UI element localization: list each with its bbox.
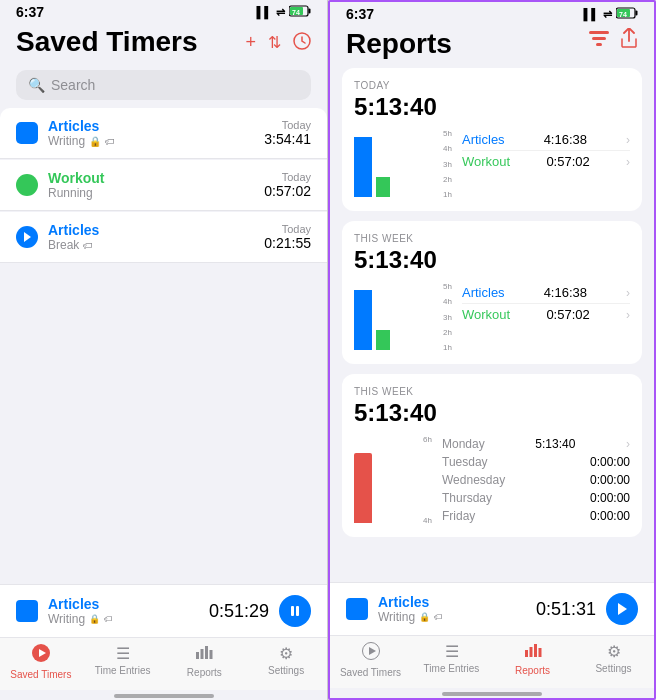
- pause-button-left[interactable]: [279, 595, 311, 627]
- report-entry[interactable]: Articles 4:16:38 ›: [462, 282, 630, 304]
- svg-rect-12: [205, 646, 208, 659]
- time-entries-icon-left: ☰: [116, 644, 130, 663]
- timer-time-right: Today 0:57:02: [264, 171, 311, 199]
- svg-marker-23: [369, 647, 376, 655]
- saved-timers-icon-right: [362, 642, 380, 665]
- today-total: 5:13:40: [354, 93, 630, 121]
- today-card: TODAY 5:13:40 5h 4h 3h 2h 1h: [342, 68, 642, 211]
- add-button[interactable]: +: [245, 32, 256, 53]
- tab-settings-right[interactable]: ⚙ Settings: [573, 642, 654, 678]
- lock-icon-small: 🔒: [89, 614, 100, 624]
- bar-monday: [354, 453, 372, 523]
- timer-name: Articles: [48, 118, 254, 134]
- time-right: 6:37: [346, 6, 374, 22]
- timer-name: Articles: [48, 222, 254, 238]
- left-phone: 6:37 ▌▌ ⇌ 74 Saved Timers + ⇅: [0, 0, 328, 700]
- week-day-entry[interactable]: Monday 5:13:40 ›: [442, 435, 630, 453]
- today-body: 5h 4h 3h 2h 1h Articles 4:16:38: [354, 129, 630, 199]
- tab-label-saved-timers-left: Saved Timers: [10, 669, 71, 680]
- week-day-entry: Wednesday 0:00:00: [442, 471, 630, 489]
- tab-label-time-entries-left: Time Entries: [95, 665, 151, 676]
- entry-name: Workout: [462, 154, 510, 169]
- week-breakdown-card: THIS WEEK 5:13:40 6h 4h Monday: [342, 374, 642, 537]
- breakdown-period: THIS WEEK: [354, 386, 630, 397]
- filter-icon[interactable]: [588, 29, 610, 52]
- tab-label-time-entries-right: Time Entries: [424, 663, 480, 674]
- active-timer-icon-right: [346, 598, 368, 620]
- svg-rect-10: [196, 652, 199, 659]
- report-entry[interactable]: Workout 0:57:02 ›: [462, 304, 630, 325]
- week-day-entry: Friday 0:00:00: [442, 507, 630, 525]
- wifi-icon-right: ⇌: [603, 8, 612, 21]
- tab-settings-left[interactable]: ⚙ Settings: [245, 644, 327, 680]
- status-icons-right: ▌▌ ⇌ 74: [583, 7, 638, 21]
- play-button-right[interactable]: [606, 593, 638, 625]
- active-timer-name-right: Articles: [378, 594, 526, 610]
- timer-color-indicator: [16, 174, 38, 196]
- right-phone: 6:37 ▌▌ ⇌ 74 Reports: [328, 0, 656, 700]
- timer-subtitle: Break 🏷: [48, 238, 254, 252]
- entry-time: 4:16:38: [544, 285, 587, 300]
- chart-labels: 5h 4h 3h 2h 1h: [441, 282, 454, 352]
- entry-time: 4:16:38: [544, 132, 587, 147]
- report-entry[interactable]: Articles 4:16:38 ›: [462, 129, 630, 151]
- timer-info: Articles Writing 🔒 🏷: [48, 118, 254, 148]
- signal-icon-right: ▌▌: [583, 8, 599, 20]
- svg-rect-19: [592, 37, 606, 40]
- week-period: THIS WEEK: [354, 233, 630, 244]
- tag-icon-small-right: 🏷: [434, 612, 443, 622]
- chevron-right-icon: ›: [626, 133, 630, 147]
- history-button[interactable]: [293, 32, 311, 53]
- timer-name: Workout: [48, 170, 254, 186]
- entry-name: Articles: [462, 132, 505, 147]
- chart-labels: 5h 4h 3h 2h 1h: [441, 129, 454, 199]
- entry-name: Articles: [462, 285, 505, 300]
- svg-rect-1: [309, 9, 311, 14]
- tab-bar-right: Saved Timers ☰ Time Entries Reports ⚙ Se…: [330, 635, 654, 688]
- list-item[interactable]: Articles Writing 🔒 🏷 Today 3:54:41: [0, 108, 327, 159]
- svg-rect-27: [538, 648, 541, 657]
- lock-icon: 🔒: [89, 136, 101, 147]
- tag-icon: 🏷: [83, 240, 93, 251]
- tab-reports-left[interactable]: Reports: [164, 644, 246, 680]
- list-item[interactable]: Workout Running Today 0:57:02: [0, 160, 327, 211]
- svg-rect-11: [201, 649, 204, 659]
- active-timer-info: Articles Writing 🔒 🏷: [48, 596, 199, 626]
- sort-button[interactable]: ⇅: [268, 33, 281, 52]
- breakdown-chart: 6h 4h: [354, 435, 434, 525]
- timer-time-right: Today 3:54:41: [264, 119, 311, 147]
- timer-color-indicator: [16, 226, 38, 248]
- tab-time-entries-left[interactable]: ☰ Time Entries: [82, 644, 164, 680]
- tab-reports-right[interactable]: Reports: [492, 642, 573, 678]
- reports-icon-right: [524, 642, 542, 663]
- entry-time: 0:57:02: [546, 307, 589, 322]
- timer-color-indicator: [16, 122, 38, 144]
- svg-rect-20: [596, 43, 602, 46]
- active-timer-bar-left[interactable]: Articles Writing 🔒 🏷 0:51:29: [0, 584, 327, 637]
- header-actions-left: + ⇅: [245, 32, 311, 53]
- week-body: 5h 4h 3h 2h 1h Articles 4:16:38: [354, 282, 630, 352]
- active-timer-display: 0:51:29: [209, 601, 269, 622]
- chevron-right-icon: ›: [626, 155, 630, 169]
- active-timer-bar-right[interactable]: Articles Writing 🔒 🏷 0:51:31: [330, 582, 654, 635]
- tab-label-saved-timers-right: Saved Timers: [340, 667, 401, 678]
- entry-time: 0:57:02: [546, 154, 589, 169]
- share-icon[interactable]: [620, 28, 638, 53]
- timer-info: Workout Running: [48, 170, 254, 200]
- signal-icon-left: ▌▌: [256, 6, 272, 18]
- lock-icon-small-right: 🔒: [419, 612, 430, 622]
- week-card: THIS WEEK 5:13:40 5h 4h 3h 2h 1h: [342, 221, 642, 364]
- svg-marker-21: [618, 603, 627, 615]
- tab-saved-timers-left[interactable]: Saved Timers: [0, 644, 82, 680]
- page-title-right: Reports: [346, 28, 452, 60]
- reports-list: TODAY 5:13:40 5h 4h 3h 2h 1h: [330, 68, 654, 582]
- today-period: TODAY: [354, 80, 630, 91]
- tab-saved-timers-right[interactable]: Saved Timers: [330, 642, 411, 678]
- search-bar-left[interactable]: 🔍 Search: [16, 70, 311, 100]
- header-right: Reports: [330, 24, 654, 68]
- search-placeholder: Search: [51, 77, 95, 93]
- tab-time-entries-right[interactable]: ☰ Time Entries: [411, 642, 492, 678]
- week-day-entries: Monday 5:13:40 › Tuesday 0:00:00 Wednesd…: [442, 435, 630, 525]
- list-item[interactable]: Articles Break 🏷 Today 0:21:55: [0, 212, 327, 263]
- report-entry[interactable]: Workout 0:57:02 ›: [462, 151, 630, 172]
